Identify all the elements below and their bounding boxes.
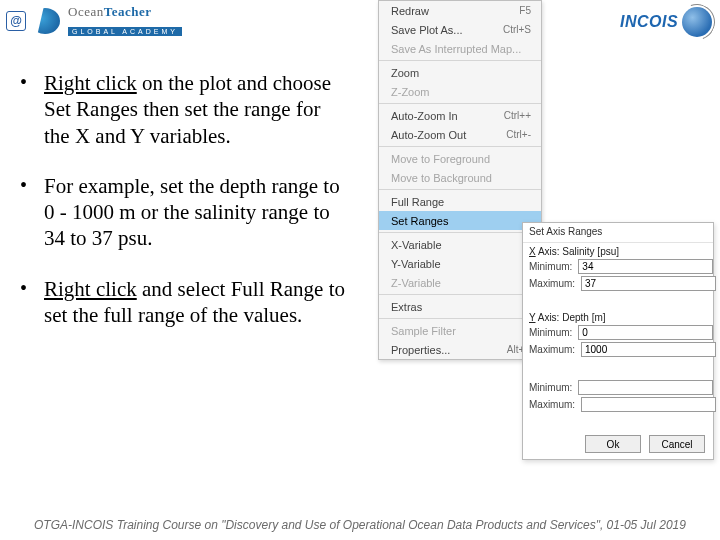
menu-item-shortcut: F5: [519, 5, 531, 16]
menu-item-label: Save As Interrupted Map...: [391, 43, 521, 55]
menu-item-save-plot-as[interactable]: Save Plot As...Ctrl+S: [379, 20, 541, 39]
at-badge-icon: @: [6, 11, 26, 31]
x-max-input[interactable]: [581, 276, 716, 291]
oceanteacher-text: OceanTeacher GLOBAL ACADEMY: [68, 4, 182, 38]
globe-icon: [682, 7, 712, 37]
menu-item-zoom[interactable]: Zoom: [379, 63, 541, 82]
menu-item-label: Extras: [391, 301, 422, 313]
menu-item-label: Move to Background: [391, 172, 492, 184]
context-menu[interactable]: RedrawF5Save Plot As...Ctrl+SSave As Int…: [378, 0, 542, 360]
menu-item-label: Redraw: [391, 5, 429, 17]
bullet-3: Right click and select Full Range to set…: [18, 276, 348, 329]
y-min-input[interactable]: [578, 325, 713, 340]
ok-button[interactable]: Ok: [585, 435, 641, 453]
menu-item-label: Z-Zoom: [391, 86, 430, 98]
dialog-title: Set Axis Ranges: [523, 223, 713, 243]
bullet-1: Right click on the plot and choose Set R…: [18, 70, 348, 149]
menu-item-extras[interactable]: Extras▶: [379, 297, 541, 316]
menu-item-label: Auto-Zoom Out: [391, 129, 466, 141]
menu-item-full-range[interactable]: Full Range: [379, 192, 541, 211]
menu-item-auto-zoom-in[interactable]: Auto-Zoom InCtrl++: [379, 106, 541, 125]
menu-item-y-variable[interactable]: Y-VariableY: [379, 254, 541, 273]
menu-item-z-variable: Z-VariableZ: [379, 273, 541, 292]
menu-item-label: Z-Variable: [391, 277, 441, 289]
menu-item-label: Zoom: [391, 67, 419, 79]
menu-item-label: Y-Variable: [391, 258, 441, 270]
oceanteacher-logo: @ OceanTeacher GLOBAL ACADEMY: [6, 4, 182, 38]
menu-item-auto-zoom-out[interactable]: Auto-Zoom OutCtrl+-: [379, 125, 541, 144]
menu-item-label: Move to Foreground: [391, 153, 490, 165]
menu-separator: [379, 60, 541, 61]
bullet-2: For example, set the depth range to 0 - …: [18, 173, 348, 252]
menu-item-move-to-background: Move to Background: [379, 168, 541, 187]
menu-item-label: Properties...: [391, 344, 450, 356]
incois-logo: INCOIS: [620, 2, 712, 42]
menu-item-properties[interactable]: Properties...Alt+P: [379, 340, 541, 359]
blank-max-input[interactable]: [581, 397, 716, 412]
menu-item-label: Set Ranges: [391, 215, 448, 227]
cancel-button[interactable]: Cancel: [649, 435, 705, 453]
menu-item-z-zoom: Z-Zoom: [379, 82, 541, 101]
menu-item-label: X-Variable: [391, 239, 442, 251]
menu-separator: [379, 189, 541, 190]
menu-separator: [379, 103, 541, 104]
footer-text: OTGA-INCOIS Training Course on "Discover…: [0, 518, 720, 532]
x-min-input[interactable]: [578, 259, 713, 274]
instruction-text: Right click on the plot and choose Set R…: [18, 70, 348, 352]
menu-item-sample-filter: Sample Filter: [379, 321, 541, 340]
menu-separator: [379, 318, 541, 319]
y-axis-group: Y Axis: Depth [m] Minimum: Maximum:: [523, 309, 713, 361]
menu-item-label: Full Range: [391, 196, 444, 208]
menu-item-save-as-interrupted-map: Save As Interrupted Map...: [379, 39, 541, 58]
menu-item-move-to-foreground: Move to Foreground: [379, 149, 541, 168]
blank-axis-group: Minimum: Maximum:: [523, 375, 713, 416]
menu-item-shortcut: Ctrl+S: [503, 24, 531, 35]
menu-separator: [379, 294, 541, 295]
menu-separator: [379, 232, 541, 233]
menu-separator: [379, 146, 541, 147]
menu-item-shortcut: Ctrl++: [504, 110, 531, 121]
menu-item-label: Save Plot As...: [391, 24, 463, 36]
menu-item-label: Sample Filter: [391, 325, 456, 337]
wave-icon: [30, 6, 64, 36]
y-max-input[interactable]: [581, 342, 716, 357]
blank-min-input[interactable]: [578, 380, 713, 395]
menu-item-set-ranges[interactable]: Set Ranges: [379, 211, 541, 230]
menu-item-shortcut: Ctrl+-: [506, 129, 531, 140]
menu-item-x-variable[interactable]: X-VariableX: [379, 235, 541, 254]
menu-item-redraw[interactable]: RedrawF5: [379, 1, 541, 20]
x-axis-group: X Axis: Salinity [psu] Minimum: Maximum:: [523, 243, 713, 295]
menu-item-label: Auto-Zoom In: [391, 110, 458, 122]
set-axis-ranges-dialog: Set Axis Ranges X Axis: Salinity [psu] M…: [522, 222, 714, 460]
